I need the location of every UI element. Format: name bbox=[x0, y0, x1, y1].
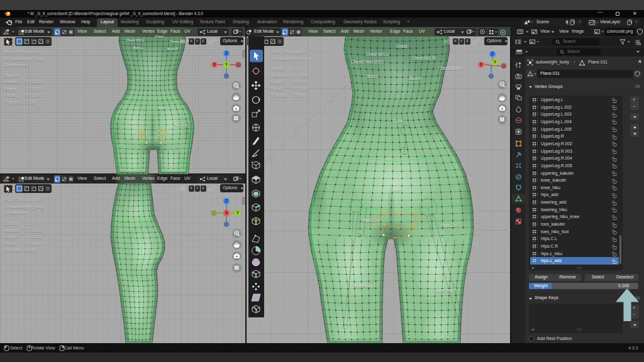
svg-text:Y: Y bbox=[225, 62, 228, 67]
svg-text:X: X bbox=[480, 62, 483, 67]
svg-text:Y: Y bbox=[494, 60, 497, 64]
svg-text:T: T bbox=[519, 30, 521, 34]
svg-text:Z: Z bbox=[225, 199, 228, 203]
svg-text:X: X bbox=[225, 211, 228, 215]
svg-text:Z: Z bbox=[491, 52, 494, 56]
svg-text:Y: Y bbox=[236, 211, 240, 215]
svg-text:X: X bbox=[213, 62, 216, 67]
svg-text:Z: Z bbox=[225, 51, 228, 55]
